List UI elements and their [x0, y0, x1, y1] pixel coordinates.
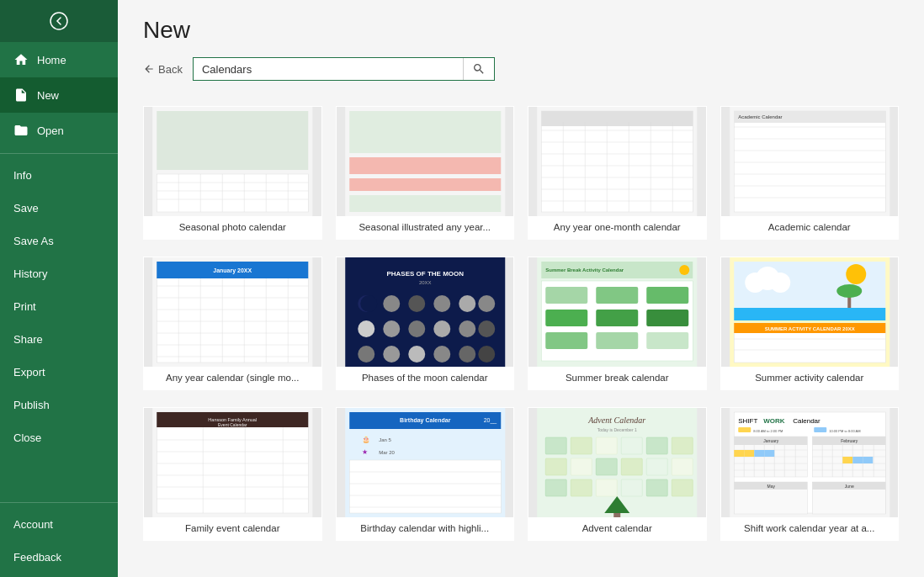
main-content: New Back — [118, 0, 924, 577]
template-item[interactable]: Hansson Family Annual Event Calendar Fam… — [143, 407, 322, 541]
template-thumbnail: Academic Calendar — [721, 107, 899, 216]
svg-text:🎂: 🎂 — [362, 435, 370, 443]
svg-rect-134 — [349, 460, 501, 513]
sidebar-item-share[interactable]: Share — [0, 323, 118, 356]
svg-text:June: June — [844, 484, 853, 489]
template-item[interactable]: SUMMER ACTIVITY CALENDAR 20XX Summer act… — [720, 257, 900, 390]
template-label: Summer activity calendar — [751, 367, 867, 389]
svg-point-83 — [478, 346, 495, 363]
sidebar-label-export: Export — [13, 366, 45, 378]
svg-text:January: January — [763, 438, 778, 443]
svg-text:SUMMER ACTIVITY CALENDAR 20XX: SUMMER ACTIVITY CALENDAR 20XX — [764, 326, 854, 331]
template-item[interactable]: Birthday Calendar 20__ 🎂 Jan 5 ★ Mar 20 … — [336, 407, 515, 541]
svg-rect-156 — [596, 479, 617, 496]
svg-rect-17 — [349, 195, 501, 212]
sidebar-item-save-as[interactable]: Save As — [0, 225, 118, 257]
svg-text:Academic Calendar: Academic Calendar — [738, 114, 782, 119]
template-thumbnail: Hansson Family Annual Event Calendar — [144, 408, 321, 517]
template-item[interactable]: Summer Break Activity Calendar Summ — [528, 257, 707, 390]
svg-rect-157 — [621, 479, 642, 496]
svg-point-75 — [433, 320, 450, 337]
template-label: Advent calendar — [579, 517, 656, 540]
svg-rect-2 — [157, 111, 308, 170]
svg-rect-90 — [646, 287, 688, 304]
open-icon — [13, 123, 29, 138]
svg-text:20XX: 20XX — [418, 280, 431, 285]
svg-text:Advent Calendar: Advent Calendar — [587, 416, 645, 425]
svg-rect-88 — [545, 287, 587, 304]
svg-point-82 — [459, 346, 475, 363]
template-label: Birthday calendar with highli... — [357, 517, 492, 540]
sidebar-label-close: Close — [13, 431, 41, 444]
sidebar-label-save: Save — [13, 202, 39, 214]
svg-rect-152 — [646, 458, 667, 475]
template-item[interactable]: Academic Calendar Academic calendar — [720, 106, 900, 240]
sidebar-item-save[interactable]: Save — [0, 192, 118, 225]
sidebar-item-publish[interactable]: Publish — [0, 389, 118, 421]
svg-rect-159 — [672, 479, 693, 496]
svg-rect-106 — [734, 308, 885, 320]
svg-rect-184 — [734, 450, 744, 457]
svg-text:February: February — [841, 438, 858, 443]
sidebar-label-open: Open — [37, 124, 64, 137]
template-label: Any year calendar (single mo... — [162, 367, 303, 389]
svg-text:PHASES OF THE MOON: PHASES OF THE MOON — [386, 270, 464, 278]
svg-rect-169 — [814, 427, 826, 432]
template-item[interactable]: PHASES OF THE MOON 20XX — [336, 257, 515, 390]
sidebar-item-home[interactable]: Home — [0, 42, 118, 77]
svg-text:8:00 AM to 2:00 PM: 8:00 AM to 2:00 PM — [753, 429, 783, 433]
template-item[interactable]: SHIFT WORK Calendar 8:00 AM to 2:00 PM 1… — [720, 407, 900, 541]
svg-rect-147 — [672, 437, 693, 454]
new-icon — [13, 87, 29, 103]
svg-rect-202 — [852, 457, 863, 463]
sidebar-item-history[interactable]: History — [0, 257, 118, 290]
template-item[interactable]: Seasonal illustrated any year... — [336, 106, 515, 240]
back-link[interactable]: Back — [143, 63, 183, 76]
sidebar-item-export[interactable]: Export — [0, 356, 118, 389]
svg-rect-145 — [621, 437, 642, 454]
sidebar-label-account: Account — [13, 518, 53, 531]
svg-rect-201 — [842, 457, 852, 463]
svg-rect-158 — [646, 479, 667, 496]
home-icon — [13, 52, 29, 67]
svg-point-80 — [408, 346, 425, 363]
back-to-app-button[interactable] — [0, 0, 118, 42]
sidebar-item-print[interactable]: Print — [0, 290, 118, 323]
template-item[interactable]: Seasonal photo calendar — [143, 106, 322, 240]
search-button[interactable] — [463, 58, 494, 80]
sidebar-item-account[interactable]: Account — [0, 508, 118, 541]
search-input[interactable] — [194, 58, 463, 80]
svg-text:★: ★ — [362, 448, 368, 456]
svg-point-71 — [478, 295, 495, 312]
sidebar-item-info[interactable]: Info — [0, 159, 118, 192]
template-thumbnail: Birthday Calendar 20__ 🎂 Jan 5 ★ Mar 20 — [337, 408, 514, 517]
svg-point-66 — [360, 295, 377, 312]
svg-rect-146 — [646, 437, 667, 454]
sidebar-item-close[interactable]: Close — [0, 421, 118, 454]
template-thumbnail: Summer Break Activity Calendar — [528, 257, 706, 367]
svg-rect-148 — [545, 458, 566, 475]
sidebar-item-open[interactable]: Open — [0, 113, 118, 148]
template-item[interactable]: January 20XX Any year calendar (sin — [143, 257, 322, 390]
sidebar-label-publish: Publish — [13, 399, 50, 411]
template-item[interactable]: Any year one-month calendar — [528, 106, 707, 240]
template-label: Summer break calendar — [562, 367, 672, 389]
sidebar-label-share: Share — [13, 333, 43, 346]
template-label: Shift work calendar year at a... — [741, 517, 878, 540]
page-title: New — [143, 17, 899, 44]
svg-point-81 — [433, 346, 450, 363]
sidebar-item-feedback[interactable]: Feedback — [0, 541, 118, 574]
svg-rect-149 — [571, 458, 592, 475]
template-item[interactable]: Advent Calendar Today is December 1 — [528, 407, 707, 541]
svg-rect-187 — [764, 450, 774, 457]
sidebar-item-new[interactable]: New — [0, 77, 118, 113]
sidebar-bottom: Account Feedback — [0, 508, 118, 574]
svg-rect-14 — [349, 111, 501, 153]
svg-rect-155 — [571, 479, 592, 496]
template-label: Academic calendar — [765, 216, 854, 239]
svg-rect-94 — [545, 332, 587, 349]
svg-text:20__: 20__ — [483, 417, 497, 424]
template-thumbnail — [337, 107, 514, 216]
svg-point-0 — [50, 13, 67, 29]
svg-text:WORK: WORK — [763, 417, 785, 425]
